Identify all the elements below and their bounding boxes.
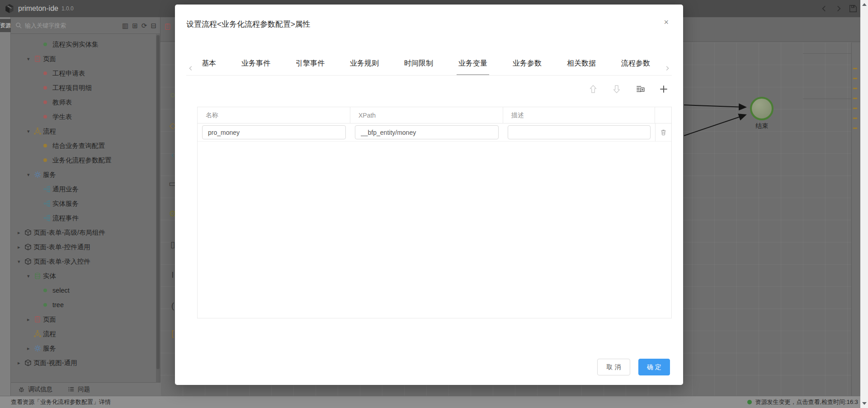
- bug-icon: [18, 386, 25, 393]
- tree-item[interactable]: ▸页面-表单-控件通用: [11, 240, 156, 254]
- app-window: primeton-ide 1.0.0 资源 ▥: [0, 0, 868, 408]
- minimap-dash: [853, 118, 857, 119]
- refresh-icon[interactable]: ⟳: [142, 22, 147, 29]
- window-scrollbar[interactable]: [860, 0, 868, 408]
- page-tab-icon: [164, 23, 171, 30]
- tree-item-label: 工程申请表: [52, 69, 85, 78]
- box-icon: [24, 359, 33, 366]
- name-input[interactable]: [202, 125, 346, 139]
- actions-column-header: [655, 107, 671, 123]
- tree-item[interactable]: 结合业务查询配置: [11, 138, 156, 153]
- tree-item-label: 流程: [43, 330, 56, 338]
- tree-item[interactable]: tree: [11, 298, 156, 312]
- node-dot-icon: [43, 303, 52, 307]
- tree-item[interactable]: 流程事件: [11, 211, 156, 225]
- tree-item[interactable]: ▸页面-表单-高级/布局组件: [11, 225, 156, 240]
- tab-0[interactable]: 基本: [202, 59, 216, 75]
- expand-arrow-icon[interactable]: ▾: [18, 259, 24, 265]
- expand-arrow-icon[interactable]: ▾: [27, 128, 34, 134]
- tabs-scroll-right-icon[interactable]: [663, 62, 672, 75]
- tree-item[interactable]: 学生表: [11, 109, 156, 124]
- expand-arrow-icon[interactable]: ▾: [27, 56, 34, 62]
- tab-3[interactable]: 业务规则: [350, 59, 379, 75]
- tree-item[interactable]: ▾页面-表单-录入控件: [11, 254, 156, 269]
- gear-icon: [34, 345, 43, 352]
- tree-item-label: 结合业务查询配置: [52, 142, 105, 150]
- tree-item[interactable]: 实体服务: [11, 196, 156, 211]
- collapse-arrow-icon[interactable]: ▸: [18, 230, 24, 236]
- sidebar-scrollbar[interactable]: [156, 34, 160, 382]
- node-dot-icon: [43, 86, 52, 90]
- save-icon[interactable]: [849, 5, 857, 13]
- tab-6[interactable]: 业务参数: [513, 59, 542, 75]
- tree-item-label: tree: [52, 301, 64, 308]
- table-row: [198, 123, 671, 142]
- tree-item[interactable]: 业务化流程参数配置: [11, 153, 156, 167]
- desc-input[interactable]: [508, 125, 651, 139]
- back-icon[interactable]: [820, 5, 828, 13]
- tree-item[interactable]: 教师表: [11, 95, 156, 109]
- right-panel-divider: [851, 43, 852, 396]
- tabs-scroll-left-icon[interactable]: [186, 62, 195, 75]
- forward-icon[interactable]: [835, 5, 843, 13]
- tree-item-label: 流程实例实体集: [52, 40, 99, 49]
- node-dot-icon: [43, 144, 52, 147]
- tab-8[interactable]: 流程参数: [621, 59, 650, 75]
- problems-button[interactable]: 问题: [68, 385, 90, 394]
- debug-info-button[interactable]: 调试信息: [18, 385, 52, 394]
- minimap-dash: [853, 88, 857, 89]
- add-row-button[interactable]: [659, 84, 669, 94]
- tree-item[interactable]: ▾流程: [11, 124, 156, 138]
- status-right-text: 资源发生变更，点击查看,检查时间:16:3: [755, 398, 858, 406]
- add-folder-icon[interactable]: ⊞: [132, 22, 138, 29]
- tree-item[interactable]: 工程申请表: [11, 66, 156, 81]
- tree-item-label: 工程项目明细: [52, 84, 92, 92]
- tree-item[interactable]: ▸页面: [11, 312, 156, 327]
- delete-row-icon[interactable]: [660, 129, 667, 136]
- resource-change-notice[interactable]: 资源发生变更，点击查看,检查时间:16:3: [747, 398, 858, 406]
- collapse-arrow-icon[interactable]: ▸: [27, 317, 34, 323]
- tree-item[interactable]: 流程实例实体集: [11, 37, 156, 52]
- close-icon[interactable]: ×: [664, 18, 669, 26]
- batch-add-button[interactable]: [635, 84, 645, 94]
- import-file-icon[interactable]: ▥: [122, 22, 128, 29]
- scroll-up-icon[interactable]: [862, 3, 867, 6]
- tree-item[interactable]: ▸页面-视图-通用: [11, 356, 156, 370]
- tree-item[interactable]: 通用业务: [11, 182, 156, 196]
- search-input[interactable]: [25, 22, 122, 29]
- tab-7[interactable]: 相关数据: [567, 59, 596, 75]
- tree-item[interactable]: 流程: [11, 327, 156, 341]
- xpath-input[interactable]: [355, 125, 499, 139]
- page-icon: [34, 316, 43, 323]
- cancel-button[interactable]: 取 消: [597, 359, 630, 375]
- collapse-arrow-icon[interactable]: ▸: [18, 244, 24, 250]
- tree-item[interactable]: ▾实体: [11, 269, 156, 283]
- right-panel-line: [803, 99, 852, 99]
- tree-item[interactable]: ▸服务: [11, 341, 156, 356]
- tree-item[interactable]: 工程项目明细: [11, 81, 156, 95]
- end-node[interactable]: [750, 97, 774, 120]
- activity-tab-resources[interactable]: 资源: [0, 19, 11, 32]
- collapse-arrow-icon[interactable]: ▸: [27, 346, 34, 351]
- dialog-tabs: 基本业务事件引擎事件业务规则时间限制业务变量业务参数相关数据流程参数流: [186, 55, 672, 76]
- expand-arrow-icon[interactable]: ▾: [27, 273, 34, 279]
- move-up-button[interactable]: [588, 84, 598, 94]
- tab-4[interactable]: 时间限制: [404, 59, 433, 75]
- tree-item[interactable]: select: [11, 283, 156, 298]
- tree-item-label: 实体服务: [52, 199, 79, 208]
- box-icon: [24, 243, 33, 251]
- tree-item-label: 通用业务: [52, 185, 79, 194]
- tab-active[interactable]: 业务变量: [458, 59, 487, 75]
- tree-item[interactable]: ▾服务: [11, 167, 156, 182]
- collapse-all-icon[interactable]: ⊟: [151, 22, 156, 29]
- tab-2[interactable]: 引擎事件: [296, 59, 325, 75]
- scroll-down-icon[interactable]: [862, 402, 867, 405]
- search-actions: ▥ ⊞ ⟳ ⊟: [122, 22, 156, 29]
- service-icon: [43, 214, 52, 222]
- tab-1[interactable]: 业务事件: [241, 59, 270, 75]
- move-down-button[interactable]: [612, 84, 622, 94]
- collapse-arrow-icon[interactable]: ▸: [18, 360, 24, 366]
- expand-arrow-icon[interactable]: ▾: [27, 172, 34, 178]
- tree-item[interactable]: ▾页面: [11, 52, 156, 66]
- ok-button[interactable]: 确 定: [638, 359, 670, 375]
